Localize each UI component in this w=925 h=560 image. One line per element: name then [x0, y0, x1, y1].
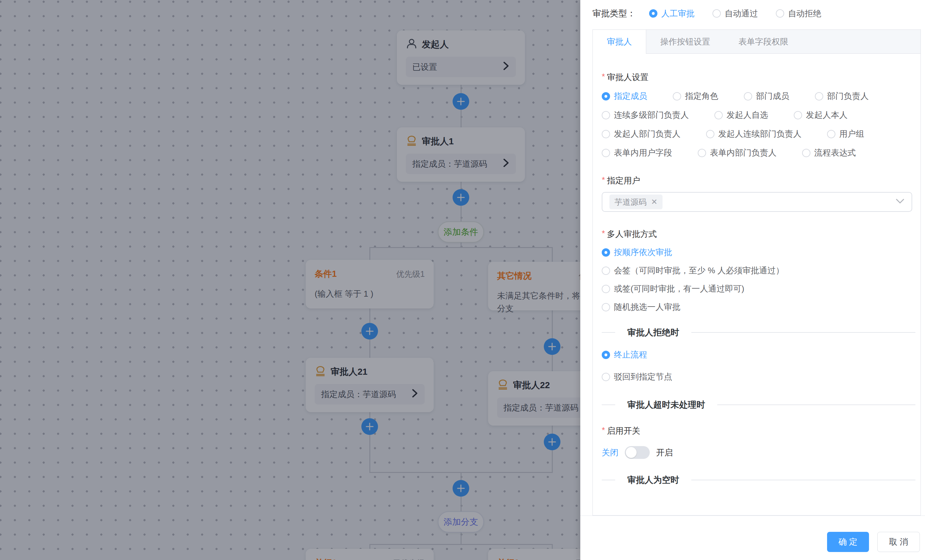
- radio-icon: [815, 92, 823, 101]
- radio-icon: [714, 111, 723, 119]
- approve-type-row: 审批类型： 人工审批 自动通过 自动拒绝: [580, 0, 925, 27]
- radio-multi-level-dept-leader[interactable]: 连续多级部门负责人: [602, 110, 689, 120]
- reject-radio-group: 终止流程 驳回到指定节点: [602, 349, 917, 382]
- approval-node-config-panel: 审批类型： 人工审批 自动通过 自动拒绝 审批人 操作按钮设置: [580, 0, 925, 560]
- selected-user-tag: 芋道源码 ✕: [609, 194, 663, 209]
- radio-icon: [794, 111, 802, 119]
- flow-designer-screen: 发起人 已设置 审批人1 指定成员：芋道源码: [0, 0, 925, 560]
- tab-button-settings[interactable]: 操作按钮设置: [646, 30, 724, 53]
- approver-setting-row4: 表单内用户字段 表单内部门负责人 流程表达式: [602, 147, 917, 158]
- chevron-down-icon: [896, 199, 904, 205]
- radio-countersign[interactable]: 会签（可同时审批，至少 % 人必须审批通过）: [602, 265, 917, 276]
- cancel-button[interactable]: 取 消: [877, 532, 920, 552]
- radio-starter-self[interactable]: 发起人本人: [794, 110, 848, 120]
- radio-icon: [713, 9, 721, 18]
- reject-divider: 审批人拒绝时: [602, 327, 915, 338]
- radio-starter-select[interactable]: 发起人自选: [714, 110, 768, 120]
- radio-assign-member[interactable]: 指定成员: [602, 90, 647, 102]
- enable-switch-label: * 启用开关: [602, 425, 917, 437]
- radio-starter-dept-leader[interactable]: 发起人部门负责人: [602, 128, 681, 140]
- radio-orsign[interactable]: 或签(可同时审批，有一人通过即可): [602, 283, 917, 294]
- tab-form-field-permission[interactable]: 表单字段权限: [724, 30, 802, 53]
- radio-manual-approve[interactable]: 人工审批: [649, 8, 695, 19]
- radio-icon: [776, 9, 784, 18]
- radio-icon: [602, 130, 610, 138]
- approver-setting-row2: 连续多级部门负责人 发起人自选 发起人本人: [602, 110, 917, 120]
- radio-icon: [802, 149, 811, 157]
- approver-setting-label: * 审批人设置: [602, 72, 917, 83]
- radio-icon: [602, 285, 610, 293]
- enable-switch-row: 关闭 开启: [602, 446, 917, 459]
- radio-dept-member[interactable]: 部门成员: [744, 90, 789, 102]
- multi-mode-radio-group: 按顺序依次审批 会签（可同时审批，至少 % 人必须审批通过） 或签(可同时审批，…: [602, 247, 917, 313]
- radio-starter-multi-dept-leader[interactable]: 发起人连续部门负责人: [706, 128, 801, 140]
- radio-icon: [602, 266, 610, 275]
- approver-setting-row3: 发起人部门负责人 发起人连续部门负责人 用户组: [602, 128, 917, 140]
- radio-return-to-node[interactable]: 驳回到指定节点: [602, 371, 917, 382]
- tab-panel-approver: * 审批人设置 指定成员 指定角色 部门成员 部门负责人 连续多级部门负责人 发…: [593, 54, 920, 515]
- tab-approver[interactable]: 审批人: [593, 30, 646, 54]
- approve-type-label: 审批类型：: [592, 8, 636, 19]
- switch-on-label: 开启: [656, 447, 673, 458]
- radio-user-group[interactable]: 用户组: [827, 128, 864, 140]
- tab-bar: 审批人 操作按钮设置 表单字段权限: [593, 30, 920, 54]
- radio-icon: [602, 248, 610, 257]
- radio-auto-pass[interactable]: 自动通过: [713, 8, 758, 19]
- radio-icon: [602, 351, 610, 359]
- radio-terminate-flow[interactable]: 终止流程: [602, 349, 917, 360]
- radio-icon: [602, 303, 610, 312]
- radio-icon: [602, 111, 610, 119]
- switch-off-label: 关闭: [602, 447, 618, 458]
- approver-setting-row1: 指定成员 指定角色 部门成员 部门负责人: [602, 90, 917, 102]
- radio-icon: [649, 9, 657, 18]
- enable-toggle[interactable]: [625, 446, 650, 459]
- config-tabs-card: 审批人 操作按钮设置 表单字段权限 * 审批人设置 指定成员 指定角色 部门成员…: [592, 29, 921, 515]
- radio-flow-expression[interactable]: 流程表达式: [802, 147, 856, 158]
- empty-approver-divider: 审批人为空时: [602, 474, 915, 486]
- radio-random-one[interactable]: 随机挑选一人审批: [602, 301, 917, 313]
- radio-icon: [698, 149, 706, 157]
- assign-user-select[interactable]: 芋道源码 ✕: [602, 192, 912, 212]
- radio-icon: [827, 130, 835, 138]
- radio-icon: [744, 92, 752, 101]
- radio-icon: [673, 92, 681, 101]
- radio-icon: [706, 130, 714, 138]
- radio-icon: [602, 149, 610, 157]
- radio-form-user-field[interactable]: 表单内用户字段: [602, 147, 672, 158]
- approve-type-radio-group: 人工审批 自动通过 自动拒绝: [649, 8, 821, 19]
- radio-dept-leader[interactable]: 部门负责人: [815, 90, 869, 102]
- multi-mode-label: * 多人审批方式: [602, 229, 917, 240]
- radio-icon: [602, 92, 610, 101]
- radio-icon: [602, 373, 610, 381]
- panel-footer: 确 定 取 消: [580, 515, 925, 552]
- tag-close-icon[interactable]: ✕: [651, 197, 657, 206]
- radio-sequential-approve[interactable]: 按顺序依次审批: [602, 247, 917, 258]
- radio-auto-reject[interactable]: 自动拒绝: [776, 8, 821, 19]
- timeout-divider: 审批人超时未处理时: [602, 399, 915, 411]
- radio-assign-role[interactable]: 指定角色: [673, 90, 718, 102]
- assign-user-label: * 指定用户: [602, 175, 917, 186]
- radio-form-dept-leader[interactable]: 表单内部门负责人: [698, 147, 776, 158]
- confirm-button[interactable]: 确 定: [827, 532, 869, 552]
